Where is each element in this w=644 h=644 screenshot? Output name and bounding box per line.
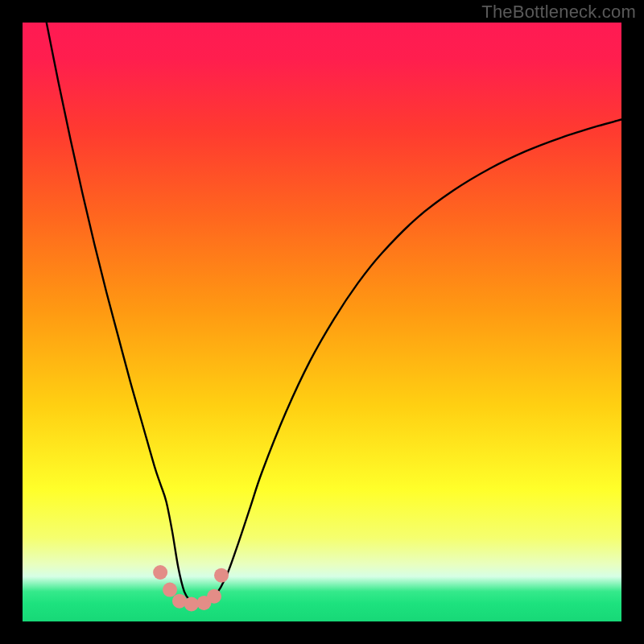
chart-frame: TheBottleneck.com: [0, 0, 644, 644]
highlight-dot: [184, 597, 199, 611]
highlight-dot: [153, 565, 167, 580]
plot-svg: [23, 23, 621, 621]
watermark-label: TheBottleneck.com: [481, 2, 636, 23]
highlight-dot: [163, 583, 177, 597]
plot-area: [23, 23, 621, 621]
highlight-dot: [207, 589, 221, 604]
gradient-background: [23, 23, 621, 621]
highlight-dot: [214, 568, 229, 583]
